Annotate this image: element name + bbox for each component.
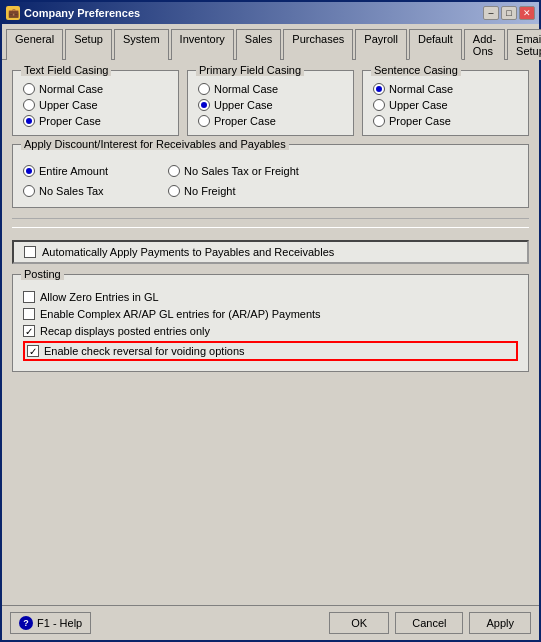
primary-proper-label: Proper Case (214, 115, 276, 127)
discount-title: Apply Discount/Interest for Receivables … (21, 138, 289, 150)
sentence-normal-case[interactable]: Normal Case (373, 83, 518, 95)
no-sales-tax-option[interactable]: No Sales Tax (23, 185, 108, 197)
discount-col1: Entire Amount No Sales Tax (23, 161, 108, 197)
bottom-bar: ? F1 - Help OK Cancel Apply (2, 605, 539, 640)
sentence-upper-label: Upper Case (389, 99, 448, 111)
no-freight-label: No Freight (184, 185, 235, 197)
tab-purchases[interactable]: Purchases (283, 29, 353, 60)
help-section: ? F1 - Help (10, 612, 91, 634)
sentence-casing-group: Sentence Casing Normal Case Upper Case P… (362, 70, 529, 136)
tab-payroll[interactable]: Payroll (355, 29, 407, 60)
title-bar: 💼 Company Preferences – □ ✕ (2, 2, 539, 24)
auto-apply-label: Automatically Apply Payments to Payables… (42, 246, 334, 258)
text-normal-radio[interactable] (23, 83, 35, 95)
help-icon: ? (19, 616, 33, 630)
sentence-upper-radio[interactable] (373, 99, 385, 111)
enable-check-reversal-highlighted[interactable]: Enable check reversal for voiding option… (23, 341, 518, 361)
minimize-button[interactable]: – (483, 6, 499, 20)
separator-line (12, 218, 529, 228)
tab-system[interactable]: System (114, 29, 169, 60)
no-freight-radio[interactable] (168, 185, 180, 197)
text-field-casing-title: Text Field Casing (21, 64, 111, 76)
window-icon: 💼 (6, 6, 20, 20)
posting-group: Posting Allow Zero Entries in GL Enable … (12, 274, 529, 372)
allow-zero-entries-option[interactable]: Allow Zero Entries in GL (23, 291, 518, 303)
text-upper-label: Upper Case (39, 99, 98, 111)
tab-inventory[interactable]: Inventory (171, 29, 234, 60)
primary-proper-radio[interactable] (198, 115, 210, 127)
text-proper-radio[interactable] (23, 115, 35, 127)
enable-check-reversal-checkbox[interactable] (27, 345, 39, 357)
discount-col2: No Sales Tax or Freight No Freight (168, 161, 299, 197)
tab-email-setup[interactable]: Email Setup (507, 29, 541, 60)
posting-title: Posting (21, 268, 64, 280)
text-upper-radio[interactable] (23, 99, 35, 111)
primary-proper-case[interactable]: Proper Case (198, 115, 343, 127)
allow-zero-entries-label: Allow Zero Entries in GL (40, 291, 159, 303)
primary-upper-case[interactable]: Upper Case (198, 99, 343, 111)
casing-row: Text Field Casing Normal Case Upper Case… (12, 70, 529, 136)
text-normal-case[interactable]: Normal Case (23, 83, 168, 95)
primary-normal-radio[interactable] (198, 83, 210, 95)
sentence-casing-title: Sentence Casing (371, 64, 461, 76)
apply-button[interactable]: Apply (469, 612, 531, 634)
recap-displays-checkbox[interactable] (23, 325, 35, 337)
entire-amount-label: Entire Amount (39, 165, 108, 177)
main-window: 💼 Company Preferences – □ ✕ General Setu… (0, 0, 541, 642)
discount-group: Apply Discount/Interest for Receivables … (12, 144, 529, 208)
sentence-proper-label: Proper Case (389, 115, 451, 127)
auto-apply-frame: Automatically Apply Payments to Payables… (12, 240, 529, 264)
no-sales-tax-label: No Sales Tax (39, 185, 104, 197)
no-sales-tax-radio[interactable] (23, 185, 35, 197)
tab-default[interactable]: Default (409, 29, 462, 60)
text-upper-case[interactable]: Upper Case (23, 99, 168, 111)
primary-field-casing-group: Primary Field Casing Normal Case Upper C… (187, 70, 354, 136)
sentence-upper-case[interactable]: Upper Case (373, 99, 518, 111)
entire-amount-option[interactable]: Entire Amount (23, 165, 108, 177)
recap-displays-label: Recap displays posted entries only (40, 325, 210, 337)
enable-complex-label: Enable Complex AR/AP GL entries for (AR/… (40, 308, 321, 320)
enable-check-reversal-label: Enable check reversal for voiding option… (44, 345, 245, 357)
tab-sales[interactable]: Sales (236, 29, 282, 60)
primary-upper-label: Upper Case (214, 99, 273, 111)
tab-setup[interactable]: Setup (65, 29, 112, 60)
recap-displays-option[interactable]: Recap displays posted entries only (23, 325, 518, 337)
help-label: F1 - Help (37, 617, 82, 629)
enable-complex-checkbox[interactable] (23, 308, 35, 320)
close-button[interactable]: ✕ (519, 6, 535, 20)
enable-complex-option[interactable]: Enable Complex AR/AP GL entries for (AR/… (23, 308, 518, 320)
tab-general[interactable]: General (6, 29, 63, 60)
no-freight-option[interactable]: No Freight (168, 185, 299, 197)
primary-field-casing-title: Primary Field Casing (196, 64, 304, 76)
allow-zero-entries-checkbox[interactable] (23, 291, 35, 303)
sentence-proper-radio[interactable] (373, 115, 385, 127)
no-sales-tax-freight-radio[interactable] (168, 165, 180, 177)
maximize-button[interactable]: □ (501, 6, 517, 20)
ok-button[interactable]: OK (329, 612, 389, 634)
sentence-normal-radio[interactable] (373, 83, 385, 95)
text-normal-label: Normal Case (39, 83, 103, 95)
primary-normal-label: Normal Case (214, 83, 278, 95)
cancel-button[interactable]: Cancel (395, 612, 463, 634)
help-button[interactable]: ? F1 - Help (10, 612, 91, 634)
tab-addons[interactable]: Add-Ons (464, 29, 505, 60)
primary-upper-radio[interactable] (198, 99, 210, 111)
tab-bar: General Setup System Inventory Sales Pur… (2, 24, 539, 60)
entire-amount-radio[interactable] (23, 165, 35, 177)
action-buttons: OK Cancel Apply (329, 612, 531, 634)
auto-apply-section: Automatically Apply Payments to Payables… (12, 238, 529, 266)
window-title: Company Preferences (24, 7, 479, 19)
no-sales-tax-freight-label: No Sales Tax or Freight (184, 165, 299, 177)
sentence-normal-label: Normal Case (389, 83, 453, 95)
text-proper-label: Proper Case (39, 115, 101, 127)
auto-apply-checkbox[interactable] (24, 246, 36, 258)
sentence-proper-case[interactable]: Proper Case (373, 115, 518, 127)
text-field-casing-group: Text Field Casing Normal Case Upper Case… (12, 70, 179, 136)
no-sales-tax-freight-option[interactable]: No Sales Tax or Freight (168, 165, 299, 177)
primary-normal-case[interactable]: Normal Case (198, 83, 343, 95)
main-content: Text Field Casing Normal Case Upper Case… (2, 60, 539, 605)
text-proper-case[interactable]: Proper Case (23, 115, 168, 127)
window-controls: – □ ✕ (483, 6, 535, 20)
